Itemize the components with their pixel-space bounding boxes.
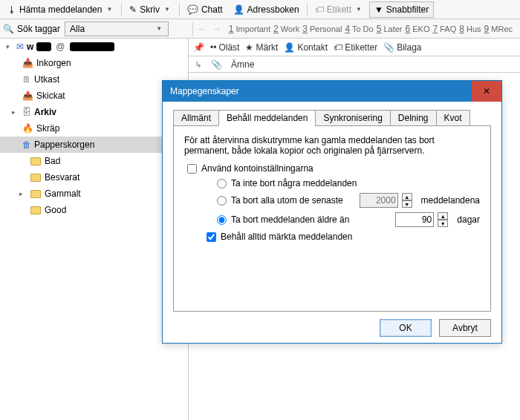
- chat-icon: 💬: [187, 4, 198, 15]
- folder-besvarat[interactable]: Besvarat: [0, 169, 188, 186]
- use-account-settings-label: Använd kontoinställningarna: [201, 163, 313, 174]
- get-messages-button[interactable]: ⭳ Hämta meddelanden ▼: [3, 1, 118, 18]
- tag-icon: 🏷: [334, 42, 342, 53]
- folder-icon: [30, 204, 42, 216]
- folder-archive[interactable]: ▸ 🗄 Arkiv: [0, 104, 188, 120]
- filter-starred[interactable]: ★Märkt: [245, 42, 278, 53]
- spinner[interactable]: ▲▼: [438, 212, 448, 227]
- quick-tag[interactable]: 9 MRec: [484, 24, 513, 34]
- thread-icon[interactable]: ↳: [195, 59, 202, 70]
- folder-drafts[interactable]: 🗎 Utkast: [0, 71, 188, 88]
- account-row[interactable]: ▾ ✉ w @: [0, 39, 188, 55]
- folder-icon: [30, 188, 42, 200]
- folder-label: Good: [45, 205, 66, 215]
- tab-general[interactable]: Allmänt: [173, 110, 219, 126]
- keep-newest-count-input[interactable]: 2000: [360, 193, 398, 208]
- message-list-header[interactable]: ↳ 📎 Ämne: [189, 56, 520, 73]
- nav-fwd-icon[interactable]: →: [209, 24, 224, 34]
- folder-inbox[interactable]: 📥 Inkorgen: [0, 55, 188, 71]
- tag-filter-select[interactable]: Alla ▼: [65, 22, 169, 36]
- option-delete-older[interactable]: [217, 215, 227, 225]
- close-button[interactable]: ✕: [472, 81, 501, 102]
- close-icon: ✕: [483, 86, 490, 96]
- contact-icon: 👤: [284, 42, 295, 53]
- retention-intro: För att återvinna diskutrymme kan gamla …: [184, 135, 480, 156]
- chat-button[interactable]: 💬 Chatt: [183, 1, 227, 18]
- separator: [179, 3, 180, 16]
- quick-tag[interactable]: 5 Later: [377, 24, 403, 34]
- folder-label: Arkiv: [34, 107, 56, 117]
- option-delete-none[interactable]: [217, 179, 227, 188]
- quick-tag[interactable]: 7 FAQ: [432, 24, 456, 34]
- keep-starred-label: Behåll alltid märkta meddelanden: [221, 232, 352, 242]
- spin-up-icon[interactable]: ▲: [402, 193, 412, 200]
- folder-bad[interactable]: Bad: [0, 153, 188, 169]
- folder-sent[interactable]: 📤 Skickat: [0, 88, 188, 104]
- folder-label: Skickat: [36, 91, 65, 101]
- keep-starred-checkbox[interactable]: [207, 232, 216, 242]
- folder-trash[interactable]: 🗑 Papperskorgen: [0, 137, 188, 153]
- folder-junk[interactable]: 🔥 Skräp: [0, 120, 188, 137]
- column-subject[interactable]: Ämne: [231, 59, 254, 70]
- chevron-down-icon[interactable]: ▼: [105, 6, 114, 13]
- tag-icon: 🏷: [315, 4, 324, 15]
- dialog-tabs: Allmänt Behåll meddelanden Synkroniserin…: [173, 109, 491, 125]
- dialog-buttons: OK Avbryt: [173, 312, 491, 337]
- folder-label: Gammalt: [45, 188, 81, 199]
- write-label: Skriv: [140, 4, 160, 15]
- spin-down-icon[interactable]: ▼: [402, 200, 412, 208]
- search-icon[interactable]: 🔍: [3, 24, 14, 34]
- expand-icon[interactable]: ▸: [12, 108, 19, 116]
- quick-tag[interactable]: 6 EKO: [405, 24, 429, 34]
- pin-icon[interactable]: 📌: [193, 42, 204, 53]
- tab-sync[interactable]: Synkronisering: [315, 110, 390, 126]
- use-account-settings-checkbox[interactable]: [187, 164, 197, 174]
- quick-tag[interactable]: 2 Work: [273, 24, 299, 34]
- quickfilter-button[interactable]: ▼ Snabbfilter: [369, 1, 434, 18]
- main-toolbar: ⭳ Hämta meddelanden ▼ ✎ Skriv ▼ 💬 Chatt …: [0, 0, 520, 19]
- folder-tree: ▾ ✉ w @ 📥 Inkorgen 🗎 Utkast 📤 Skickat ▸ …: [0, 39, 189, 420]
- tab-quota[interactable]: Kvot: [436, 110, 470, 126]
- tag-button[interactable]: 🏷 Etikett ▼: [311, 1, 368, 18]
- spin-down-icon[interactable]: ▼: [438, 220, 448, 227]
- folder-label: Papperskorgen: [34, 140, 94, 150]
- delete-older-suffix: dagar: [457, 214, 480, 225]
- collapse-icon[interactable]: ▾: [6, 43, 13, 50]
- spin-up-icon[interactable]: ▲: [438, 212, 448, 220]
- separator: [307, 3, 308, 16]
- filter-attachment[interactable]: 📎Bilaga: [383, 42, 421, 53]
- download-icon: ⭳: [7, 4, 16, 15]
- filter-unread[interactable]: ••Oläst: [210, 42, 239, 53]
- option-delete-older-label: Ta bort meddelanden äldre än: [231, 214, 349, 225]
- tab-retention[interactable]: Behåll meddelanden: [218, 110, 316, 126]
- file-icon: 🗎: [22, 74, 31, 85]
- folder-label: Inkorgen: [36, 58, 71, 68]
- quick-tag[interactable]: 1 Important: [229, 24, 270, 34]
- expand-icon[interactable]: ▸: [19, 190, 27, 197]
- option-keep-newest[interactable]: [217, 196, 227, 206]
- dialog-titlebar[interactable]: Mappegenskaper ✕: [163, 81, 501, 102]
- addressbook-button[interactable]: 👤 Adressboken: [229, 1, 304, 18]
- option-delete-none-label: Ta inte bort några meddelanden: [231, 178, 357, 188]
- filter-contact[interactable]: 👤Kontakt: [284, 42, 328, 53]
- folder-label: Skräp: [36, 123, 59, 134]
- spinner[interactable]: ▲▼: [402, 193, 412, 208]
- write-button[interactable]: ✎ Skriv ▼: [125, 1, 176, 18]
- filter-tags[interactable]: 🏷Etiketter: [334, 42, 377, 53]
- quick-tag[interactable]: 3 Personal: [302, 24, 342, 34]
- delete-older-days-input[interactable]: 90: [395, 212, 434, 227]
- quick-tag[interactable]: 4 To Do: [345, 24, 373, 34]
- folder-properties-dialog: Mappegenskaper ✕ Allmänt Behåll meddelan…: [162, 80, 502, 344]
- tab-sharing[interactable]: Delning: [390, 110, 437, 126]
- nav-back-icon[interactable]: ←: [195, 24, 209, 34]
- paperclip-icon: 📎: [383, 42, 394, 53]
- ok-button[interactable]: OK: [380, 319, 432, 337]
- folder-good[interactable]: Good: [0, 202, 188, 218]
- quick-tag[interactable]: 8 Hus: [459, 24, 481, 34]
- quickfilter-label: Snabbfilter: [386, 4, 429, 15]
- folder-gammalt[interactable]: ▸ Gammalt: [0, 186, 188, 202]
- attachment-column-icon[interactable]: 📎: [211, 59, 222, 70]
- separator: [192, 22, 193, 36]
- chevron-down-icon[interactable]: ▼: [163, 6, 172, 13]
- cancel-button[interactable]: Avbryt: [439, 319, 491, 337]
